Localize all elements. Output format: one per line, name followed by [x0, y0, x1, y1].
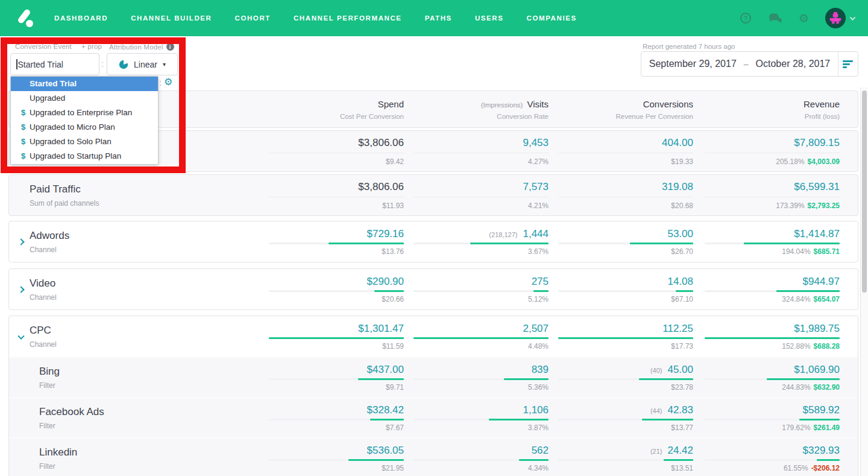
metric-bar	[558, 337, 693, 339]
separator-colon: :	[159, 78, 162, 87]
metric-value: 9,453	[523, 137, 549, 149]
row-name: Bing	[39, 366, 259, 378]
table-row[interactable]: Linkedin Filter $536.05 $21.95 562 4.34%…	[9, 437, 858, 476]
metric-cell: $3,806.06 $11.93	[259, 181, 404, 210]
row-label: Linkedin Filter	[9, 439, 259, 476]
attribution-model-select[interactable]: Linear ▾	[107, 53, 178, 75]
app-logo-icon[interactable]	[13, 6, 37, 30]
metric-sub-value: $9.42	[386, 157, 404, 166]
date-range-picker[interactable]: September 29, 2017 – October 28, 2017	[641, 51, 858, 77]
metric-value: 112.25	[662, 323, 693, 335]
nav-item-paths[interactable]: PATHS	[425, 14, 452, 22]
column-title: Conversions	[643, 99, 693, 109]
nav-item-channel-builder[interactable]: CHANNEL BUILDER	[131, 14, 212, 22]
dropdown-item[interactable]: $Upgraded to Solo Plan	[11, 135, 158, 149]
metric-value: $589.92	[803, 404, 840, 416]
scrollbar-thumb[interactable]	[862, 90, 867, 293]
profit-value: $688.28	[814, 342, 840, 351]
metric-sub-value: $26.70	[671, 247, 693, 256]
add-prop-link[interactable]: + prop	[81, 43, 102, 50]
row-label: Bing Filter	[9, 358, 259, 397]
metric-cell: $1,414.87 194.04% $685.71	[693, 228, 840, 256]
table-row[interactable]: Bing Filter $437.00 $9.71 839 5.36% (40)…	[9, 357, 858, 397]
row-name: Paid Traffic	[30, 183, 259, 195]
help-icon[interactable]: ?	[740, 12, 752, 24]
row-label: Adwords Channel	[9, 221, 259, 262]
pie-chart-icon	[119, 60, 128, 69]
model-settings-gear-icon[interactable]: ⚙	[164, 76, 172, 87]
dropdown-item[interactable]: $Upgraded to Micro Plan	[11, 120, 158, 135]
metric-sub-value: 3.87%	[528, 424, 549, 432]
metric-value: $1,069.90	[794, 364, 840, 376]
metric-bar	[705, 153, 840, 153]
column-title: Spend	[378, 99, 404, 109]
metric-cell: 53.00 $26.70	[549, 228, 693, 256]
metric-cell: $7,809.15 205.18% $4,003.09	[693, 137, 840, 166]
nav-item-users[interactable]: USERS	[475, 14, 504, 22]
column-header: Revenue Profit (loss)	[693, 99, 840, 120]
metric-bar	[558, 290, 693, 292]
metric-value: 24.42	[667, 445, 693, 457]
metric-cell: $1,069.90 244.83% $632.90	[693, 364, 840, 392]
row-name: CPC	[30, 325, 259, 337]
table-row[interactable]: Facebook Ads Filter $328.42 $7.67 1,106 …	[9, 397, 858, 437]
chevron-down-icon[interactable]	[17, 332, 24, 339]
dollar-icon: $	[21, 106, 25, 120]
info-icon[interactable]: i	[166, 43, 174, 51]
row-subtitle: Channel	[30, 340, 259, 349]
dollar-icon: $	[21, 135, 25, 149]
metric-bar	[414, 459, 549, 461]
nav-item-dashboard[interactable]: DASHBOARD	[54, 14, 108, 22]
metric-cell: 9,453 4.27%	[404, 137, 549, 166]
table-row[interactable]: Paid Traffic Sum of paid channels $3,806…	[9, 175, 858, 215]
metric-bar	[269, 419, 404, 420]
metric-sub-value: $67.10	[671, 295, 693, 303]
metric-cell: $290.90 $20.66	[259, 276, 404, 303]
row-label: Facebook Ads Filter	[9, 398, 259, 437]
top-nav: DASHBOARDCHANNEL BUILDERCOHORTCHANNEL PE…	[0, 0, 868, 36]
table-row[interactable]: Video Channel $290.90 $20.66 275 5.12% 1…	[9, 269, 858, 309]
column-subtitle: Profit (loss)	[805, 113, 840, 120]
metric-cell: 112.25 $17.73	[549, 323, 693, 351]
metric-cell: (218,127)1,444 3.67%	[404, 228, 549, 256]
metric-sub-value: $11.93	[382, 202, 404, 210]
chevron-right-icon[interactable]	[17, 238, 24, 245]
dropdown-item[interactable]: $Upgraded to Enterprise Plan	[11, 106, 158, 120]
dropdown-item[interactable]: Upgraded	[11, 91, 158, 106]
nav-item-cohort[interactable]: COHORT	[234, 14, 270, 22]
metric-sub-value: $17.73	[671, 342, 693, 351]
metric-sub-value: 324.84%	[782, 295, 810, 303]
nav-item-channel-performance[interactable]: CHANNEL PERFORMANCE	[294, 14, 402, 22]
user-menu[interactable]	[825, 8, 855, 28]
conversion-event-input[interactable]: Started Trial	[10, 53, 99, 75]
table-row-card: CPC Channel $1,301.47 $11.59 2,507 4.48%…	[8, 316, 858, 476]
filter-icon[interactable]	[838, 52, 858, 76]
gear-icon[interactable]: ⚙	[799, 13, 809, 24]
metric-value: $6,599.31	[794, 181, 840, 193]
table-row[interactable]: Adwords Channel $729.16 $13.76 (218,127)…	[9, 221, 858, 262]
vertical-scrollbar[interactable]	[860, 87, 868, 476]
metric-cell: (44)42.83 $13.77	[549, 404, 693, 432]
metric-value: 53.00	[667, 228, 693, 240]
metric-bar	[269, 378, 404, 380]
metric-bar	[558, 459, 693, 461]
metric-value: 1,444	[523, 228, 549, 240]
metric-value: 319.08	[662, 181, 693, 193]
metric-sub-value: 152.88%	[782, 342, 810, 351]
column-header: (Impressions)Visits Conversion Rate	[404, 99, 549, 120]
metric-value: $3,806.06	[358, 181, 404, 193]
date-end: October 28, 2017	[756, 59, 831, 69]
profit-value: -$206.12	[811, 464, 840, 472]
chat-icon[interactable]	[768, 13, 782, 24]
dropdown-item[interactable]: Started Trial	[11, 77, 158, 91]
metric-bar	[414, 378, 549, 380]
metric-cell: 275 5.12%	[404, 276, 549, 303]
metric-cell: $589.92 179.62% $261.49	[693, 404, 840, 432]
chevron-right-icon[interactable]	[17, 286, 24, 293]
row-subtitle: Filter	[39, 381, 259, 390]
profit-value: $2,793.25	[808, 202, 840, 210]
nav-item-companies[interactable]: COMPANIES	[527, 14, 577, 22]
metric-bar	[705, 243, 840, 244]
dropdown-item[interactable]: $Upgraded to Startup Plan	[11, 149, 158, 163]
table-row[interactable]: CPC Channel $1,301.47 $11.59 2,507 4.48%…	[9, 316, 858, 357]
